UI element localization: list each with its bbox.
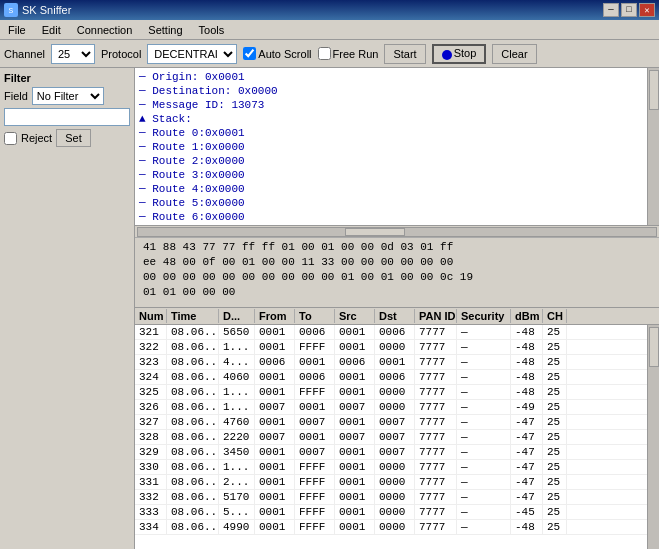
clear-button[interactable]: Clear	[492, 44, 536, 64]
table-cell: 0007	[375, 430, 415, 444]
table-cell: 1...	[219, 400, 255, 414]
table-cell: 25	[543, 355, 567, 369]
table-row[interactable]: 32108.06....565000010006000100067777—-48…	[135, 325, 647, 340]
table-row[interactable]: 32208.06....1...0001FFFF000100007777—-48…	[135, 340, 647, 355]
table-row[interactable]: 32708.06....476000010007000100077777—-47…	[135, 415, 647, 430]
table-cell: -49	[511, 400, 543, 414]
table-scrollbar[interactable]	[647, 325, 659, 549]
table-cell: -48	[511, 355, 543, 369]
stop-button[interactable]: Stop	[432, 44, 487, 64]
filter-input[interactable]	[4, 108, 130, 126]
start-button[interactable]: Start	[384, 44, 425, 64]
protocol-select[interactable]: DECENTRAII	[147, 44, 237, 64]
table-cell: 0001	[335, 415, 375, 429]
table-row[interactable]: 32408.06....406000010006000100067777—-48…	[135, 370, 647, 385]
table-cell: 0001	[295, 430, 335, 444]
set-button[interactable]: Set	[56, 129, 91, 147]
table-cell: -47	[511, 460, 543, 474]
detail-tree[interactable]: ─ Origin: 0x0001─ Destination: 0x0000─ M…	[135, 68, 647, 225]
minimize-button[interactable]: —	[603, 3, 619, 17]
channel-label: Channel	[4, 48, 45, 60]
table-scrollbar-thumb[interactable]	[649, 327, 659, 367]
table-row[interactable]: 32508.06....1...0001FFFF000100007777—-48…	[135, 385, 647, 400]
detail-area: ─ Origin: 0x0001─ Destination: 0x0000─ M…	[135, 68, 659, 308]
detail-hscrollbar[interactable]	[135, 225, 659, 237]
table-cell: 25	[543, 430, 567, 444]
table-row[interactable]: 32808.06....222000070001000700077777—-47…	[135, 430, 647, 445]
table-cell: —	[457, 520, 511, 534]
table-cell: -48	[511, 370, 543, 384]
table-cell: 08.06....	[167, 340, 219, 354]
reject-checkbox[interactable]	[4, 132, 17, 145]
table-cell: 08.06....	[167, 520, 219, 534]
table-cell: 7777	[415, 355, 457, 369]
table-cell: 25	[543, 340, 567, 354]
table-cell: 0006	[295, 325, 335, 339]
table-cell: 08.06....	[167, 460, 219, 474]
auto-scroll-check[interactable]: Auto Scroll	[243, 47, 311, 60]
table-cell: 0007	[375, 445, 415, 459]
free-run-check[interactable]: Free Run	[318, 47, 379, 60]
detail-hscrollbar-thumb[interactable]	[345, 228, 405, 236]
app-title: SK Sniffer	[22, 4, 71, 16]
main-area: Filter Field No Filter Reject Set ─ Orig…	[0, 68, 659, 549]
table-row[interactable]: 33408.06....49900001FFFF000100007777—-48…	[135, 520, 647, 535]
table-body: 32108.06....565000010006000100067777—-48…	[135, 325, 647, 549]
table-cell: 7777	[415, 415, 457, 429]
table-row[interactable]: 33208.06....51700001FFFF000100007777—-47…	[135, 490, 647, 505]
table-cell: 4...	[219, 355, 255, 369]
table-cell: 0001	[335, 505, 375, 519]
table-cell: 1...	[219, 340, 255, 354]
field-select[interactable]: No Filter	[32, 87, 104, 105]
detail-scrollbar-thumb[interactable]	[649, 70, 659, 110]
table-cell: 7777	[415, 505, 457, 519]
table-row[interactable]: 33308.06....5...0001FFFF000100007777—-45…	[135, 505, 647, 520]
table-cell: 25	[543, 505, 567, 519]
menu-file[interactable]: File	[0, 22, 34, 37]
auto-scroll-checkbox[interactable]	[243, 47, 256, 60]
table-cell: FFFF	[295, 490, 335, 504]
free-run-checkbox[interactable]	[318, 47, 331, 60]
channel-select[interactable]: 25	[51, 44, 95, 64]
table-cell: —	[457, 505, 511, 519]
table-cell: 0001	[335, 325, 375, 339]
table-row[interactable]: 32308.06....4...00060001000600017777—-48…	[135, 355, 647, 370]
table-cell: 0006	[375, 325, 415, 339]
menu-tools[interactable]: Tools	[191, 22, 233, 37]
table-cell: 0001	[255, 475, 295, 489]
hex-dump: 41 88 43 77 77 ff ff 01 00 01 00 00 0d 0…	[135, 237, 659, 307]
table-cell: 0007	[335, 430, 375, 444]
table-cell: 0001	[255, 520, 295, 534]
table-row[interactable]: 33008.06....1...0001FFFF000100007777—-47…	[135, 460, 647, 475]
table-cell: 0007	[255, 430, 295, 444]
table-cell: 0001	[335, 475, 375, 489]
table-row[interactable]: 33108.06....2...0001FFFF000100007777—-47…	[135, 475, 647, 490]
table-cell: FFFF	[295, 475, 335, 489]
table-cell: 0001	[335, 520, 375, 534]
table-cell: —	[457, 325, 511, 339]
menu-connection[interactable]: Connection	[69, 22, 141, 37]
detail-hscrollbar-track[interactable]	[137, 227, 657, 237]
table-cell: FFFF	[295, 460, 335, 474]
table-cell: 0007	[335, 400, 375, 414]
table-cell: 7777	[415, 490, 457, 504]
table-cell: 4990	[219, 520, 255, 534]
table-row[interactable]: 32908.06....345000010007000100077777—-47…	[135, 445, 647, 460]
menu-setting[interactable]: Setting	[140, 22, 190, 37]
menu-edit[interactable]: Edit	[34, 22, 69, 37]
table-cell: 25	[543, 325, 567, 339]
table-cell: 2220	[219, 430, 255, 444]
table-cell: 25	[543, 475, 567, 489]
close-button[interactable]: ✕	[639, 3, 655, 17]
detail-scrollbar[interactable]	[647, 68, 659, 225]
table-cell: —	[457, 355, 511, 369]
table-cell: 08.06....	[167, 415, 219, 429]
maximize-button[interactable]: □	[621, 3, 637, 17]
table-cell: 0000	[375, 520, 415, 534]
table-cell: 7777	[415, 430, 457, 444]
table-cell: 327	[135, 415, 167, 429]
table-cell: 25	[543, 445, 567, 459]
table-cell: 5...	[219, 505, 255, 519]
table-row[interactable]: 32608.06....1...00070001000700007777—-49…	[135, 400, 647, 415]
table-cell: 0000	[375, 505, 415, 519]
